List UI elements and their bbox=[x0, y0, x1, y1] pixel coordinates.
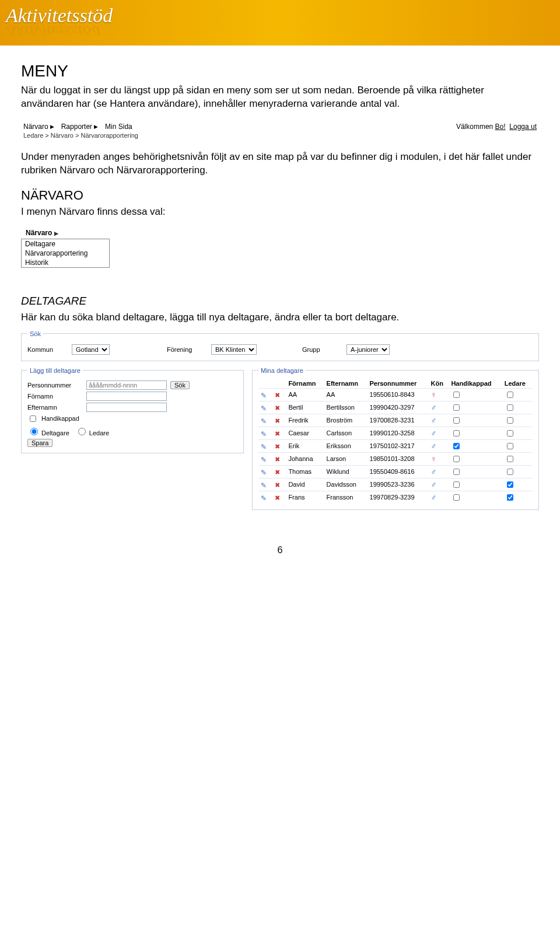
edit-icon[interactable] bbox=[261, 443, 268, 450]
col-efternamn: Efternamn bbox=[324, 379, 368, 389]
efternamn-input[interactable] bbox=[86, 403, 167, 412]
cell-ledare bbox=[502, 452, 533, 465]
handikappad-cell-checkbox[interactable] bbox=[453, 456, 460, 462]
ledare-cell-checkbox[interactable] bbox=[507, 443, 513, 449]
edit-icon[interactable] bbox=[261, 404, 268, 411]
cell-kon: ♂ bbox=[429, 427, 449, 439]
ledare-cell-checkbox[interactable] bbox=[507, 494, 513, 501]
menu-item-rapporter[interactable]: Rapporter ▶ bbox=[61, 123, 98, 131]
delete-icon[interactable] bbox=[275, 404, 282, 411]
cell-efternamn: Fransson bbox=[324, 491, 368, 504]
cell-kon: ♂ bbox=[429, 414, 449, 427]
edit-icon[interactable] bbox=[261, 430, 268, 437]
ledare-cell-checkbox[interactable] bbox=[507, 392, 513, 398]
handikappad-cell-checkbox[interactable] bbox=[453, 481, 460, 488]
cell-handikappad bbox=[449, 427, 502, 439]
edit-icon[interactable] bbox=[261, 456, 268, 463]
dropdown-item[interactable]: Deltagare bbox=[22, 239, 109, 249]
gender-icon: ♂ bbox=[431, 429, 437, 438]
dropdown-item[interactable]: Historik bbox=[22, 258, 109, 267]
cell-kon: ♂ bbox=[429, 401, 449, 414]
table-row: FredrikBroström19700828-3231♂ bbox=[258, 414, 533, 427]
logout-link[interactable]: Logga ut bbox=[509, 123, 537, 131]
handikappad-cell-checkbox[interactable] bbox=[453, 430, 460, 436]
user-link[interactable]: Bo! bbox=[495, 123, 506, 131]
table-row: ThomasWiklund19550409-8616♂ bbox=[258, 465, 533, 478]
delete-icon[interactable] bbox=[275, 494, 282, 501]
ledare-cell-checkbox[interactable] bbox=[507, 456, 513, 462]
ledare-cell-checkbox[interactable] bbox=[507, 404, 513, 411]
edit-icon[interactable] bbox=[261, 494, 268, 501]
cell-ledare bbox=[502, 465, 533, 478]
edit-icon[interactable] bbox=[261, 481, 268, 488]
edit-icon[interactable] bbox=[261, 469, 268, 476]
delete-icon[interactable] bbox=[275, 456, 282, 463]
col-fornamn: Förnamn bbox=[286, 379, 324, 389]
ledare-cell-checkbox[interactable] bbox=[507, 469, 513, 475]
delete-icon[interactable] bbox=[275, 417, 282, 424]
cell-fornamn: Fredrik bbox=[286, 414, 324, 427]
kommun-select[interactable]: Gotland bbox=[72, 344, 110, 355]
triangle-icon: ▶ bbox=[50, 124, 54, 130]
deltagare-radio[interactable] bbox=[30, 428, 38, 435]
gender-icon: ♂ bbox=[431, 480, 437, 489]
cell-ledare bbox=[502, 439, 533, 452]
dropdown-item[interactable]: Närvarorapportering bbox=[22, 249, 109, 258]
table-row: FransFransson19970829-3239♂ bbox=[258, 491, 533, 504]
cell-personnummer: 19550409-8616 bbox=[368, 465, 429, 478]
cell-efternamn: Eriksson bbox=[324, 439, 368, 452]
breadcrumb: Ledare > Närvaro > Närvarorapportering bbox=[23, 132, 539, 139]
ledare-radio-label[interactable]: Ledare bbox=[75, 426, 109, 436]
grupp-label: Grupp bbox=[302, 346, 343, 353]
handikappad-cell-checkbox[interactable] bbox=[453, 392, 460, 398]
welcome-text: Välkommen bbox=[456, 123, 495, 131]
cell-handikappad bbox=[449, 452, 502, 465]
delete-icon[interactable] bbox=[275, 392, 282, 399]
cell-efternamn: Bertilsson bbox=[324, 401, 368, 414]
handikappad-cell-checkbox[interactable] bbox=[453, 443, 460, 449]
heading-deltagare: DELTAGARE bbox=[21, 295, 539, 308]
handikappad-cell-checkbox[interactable] bbox=[453, 469, 460, 475]
ledare-cell-checkbox[interactable] bbox=[507, 481, 513, 488]
table-row: BertilBertilsson19990420-3297♂ bbox=[258, 401, 533, 414]
cell-ledare bbox=[502, 388, 533, 401]
delete-icon[interactable] bbox=[275, 481, 282, 488]
cell-ledare bbox=[502, 478, 533, 491]
dropdown-head[interactable]: Närvaro ▶ bbox=[21, 227, 110, 239]
deltagare-radio-label[interactable]: Deltagare bbox=[27, 426, 69, 436]
col-personnummer: Personnummer bbox=[368, 379, 429, 389]
grupp-select[interactable]: A-juniorer bbox=[346, 344, 390, 355]
cell-handikappad bbox=[449, 491, 502, 504]
ledare-cell-checkbox[interactable] bbox=[507, 430, 513, 436]
cell-personnummer: 19850101-3208 bbox=[368, 452, 429, 465]
ledare-cell-checkbox[interactable] bbox=[507, 417, 513, 424]
delete-icon[interactable] bbox=[275, 430, 282, 437]
ledare-radio[interactable] bbox=[78, 428, 86, 435]
edit-icon[interactable] bbox=[261, 417, 268, 424]
cell-handikappad bbox=[449, 439, 502, 452]
handikappad-checkbox[interactable] bbox=[30, 415, 36, 422]
menu-item-narvaro[interactable]: Närvaro ▶ bbox=[23, 123, 54, 131]
table-row: AAAA19550610-8843♀ bbox=[258, 388, 533, 401]
table-row: ErikEriksson19750102-3217♂ bbox=[258, 439, 533, 452]
delete-icon[interactable] bbox=[275, 443, 282, 450]
table-row: DavidDavidsson19990523-3236♂ bbox=[258, 478, 533, 491]
spara-button[interactable]: Spara bbox=[27, 439, 52, 447]
fornamn-input[interactable] bbox=[86, 392, 167, 401]
handikappad-cell-checkbox[interactable] bbox=[453, 417, 460, 424]
cell-fornamn: Erik bbox=[286, 439, 324, 452]
handikappad-cell-checkbox[interactable] bbox=[453, 404, 460, 411]
delete-icon[interactable] bbox=[275, 469, 282, 476]
table-row: CaesarCarlsson19990120-3258♂ bbox=[258, 427, 533, 439]
sok-button[interactable]: Sök bbox=[170, 381, 190, 389]
cell-fornamn: Thomas bbox=[286, 465, 324, 478]
edit-icon[interactable] bbox=[261, 392, 268, 399]
cell-ledare bbox=[502, 427, 533, 439]
menu-item-minsida[interactable]: Min Sida bbox=[105, 123, 132, 131]
lagg-till-panel: Lägg till deltagare Personnummer Sök För… bbox=[21, 367, 244, 453]
kommun-label: Kommun bbox=[27, 346, 68, 353]
handikappad-cell-checkbox[interactable] bbox=[453, 494, 460, 501]
forening-select[interactable]: BK Klinten bbox=[211, 344, 257, 355]
personnummer-input[interactable] bbox=[86, 380, 167, 390]
cell-kon: ♂ bbox=[429, 478, 449, 491]
